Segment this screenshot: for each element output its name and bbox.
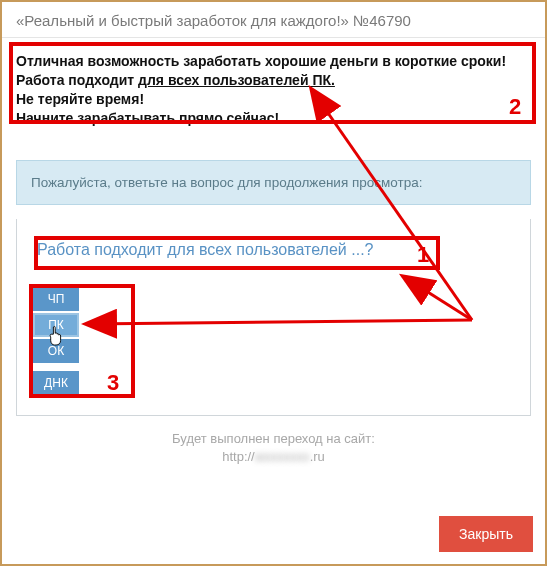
ad-line-2a: Работа подходит	[16, 72, 138, 88]
option-dnk[interactable]: ДНК	[33, 371, 79, 395]
answer-options: ЧП ПК ОК ДНК	[33, 287, 514, 395]
url-suffix: .ru	[310, 449, 325, 464]
ad-line-1: Отличная возможность заработать хорошие …	[16, 52, 531, 71]
instruction-notice: Пожалуйста, ответьте на вопрос для продо…	[16, 160, 531, 205]
ad-line-4: Начните зарабатывать прямо сейчас!	[16, 109, 531, 128]
redirect-url: http://wxxxxxxx.ru	[2, 448, 545, 466]
redirect-notice: Будет выполнен переход на сайт: http://w…	[2, 430, 545, 466]
ad-line-2: Работа подходит для всех пользователей П…	[16, 71, 531, 90]
content-area: Отличная возможность заработать хорошие …	[2, 44, 545, 466]
option-ok[interactable]: ОК	[33, 339, 79, 363]
option-chp[interactable]: ЧП	[33, 287, 79, 311]
url-prefix: http://	[222, 449, 255, 464]
ad-line-2-underlined: для всех пользователей ПК.	[138, 72, 335, 88]
url-hidden: wxxxxxxx	[255, 449, 310, 464]
modal-window: «Реальный и быстрый заработок для каждог…	[0, 0, 547, 566]
question-text: Работа подходит для всех пользователей .…	[33, 235, 514, 265]
option-pk[interactable]: ПК	[33, 313, 79, 337]
question-panel: Работа подходит для всех пользователей .…	[16, 219, 531, 416]
window-title: «Реальный и быстрый заработок для каждог…	[2, 2, 545, 38]
redirect-line1: Будет выполнен переход на сайт:	[2, 430, 545, 448]
ad-description: Отличная возможность заработать хорошие …	[8, 44, 539, 136]
close-button[interactable]: Закрыть	[439, 516, 533, 552]
ad-line-3: Не теряйте время!	[16, 90, 531, 109]
